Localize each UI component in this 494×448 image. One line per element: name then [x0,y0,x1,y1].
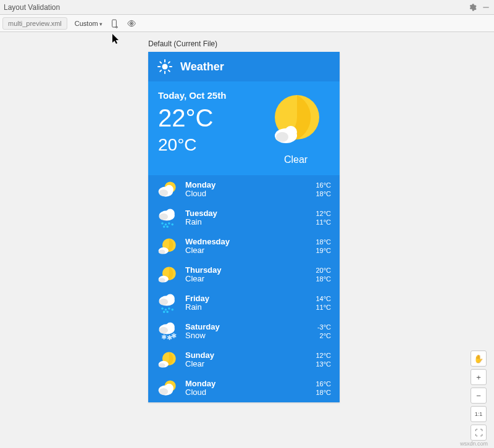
hero-weather-icon [265,90,327,152]
forecast-day: Tuesday [185,209,316,218]
clear-icon [157,235,179,257]
forecast-condition: Clear [185,246,316,255]
svg-point-26 [163,226,165,228]
hero-panel: Today, Oct 25th 22°C 20°C [148,81,340,175]
file-tab[interactable]: multi_preview.xml [2,17,67,30]
layout-dropdown[interactable]: Custom [72,19,105,28]
forecast-day: Thursday [185,266,316,275]
forecast-row: TuesdayRain12°C11°C [148,204,340,232]
zoom-controls: ✋ + − 1:1 ⛶ [471,351,487,441]
one-to-one-button[interactable]: 1:1 [471,406,487,422]
svg-rect-0 [483,7,488,7]
svg-point-2 [131,22,133,24]
forecast-high: 12°C [316,209,331,218]
forecast-low: 18°C [316,275,331,283]
svg-line-9 [169,70,170,72]
hero-condition: Clear [284,154,308,165]
forecast-condition: Rain [185,218,316,226]
forecast-low: 18°C [316,388,331,397]
rain-icon [157,207,179,229]
app-bar: Weather [148,52,340,81]
svg-point-56 [159,388,168,395]
forecast-row: FridayRain14°C11°C [148,289,340,317]
forecast-condition: Clear [185,360,316,368]
device-orientation-icon[interactable] [109,18,120,29]
svg-point-27 [166,226,169,228]
forecast-row: WednesdayClear18°C19°C [148,232,340,260]
forecast-high: 20°C [316,266,331,275]
svg-point-23 [161,222,164,225]
forecast-low: 2°C [317,331,331,340]
sun-icon [157,59,173,75]
svg-point-15 [276,132,288,142]
snow-icon: ✱✱✱ [157,320,179,342]
svg-point-38 [161,307,164,310]
forecast-row: MondayCloud16°C18°C [148,175,340,204]
svg-point-31 [159,249,165,254]
svg-point-3 [162,64,167,69]
zoom-out-button[interactable]: − [471,388,487,404]
svg-point-41 [163,311,165,313]
forecast-day: Wednesday [185,238,316,246]
view-mode-icon[interactable] [126,18,137,29]
svg-line-8 [160,62,161,63]
preview-area: Default (Current File) Weather Today, Oc… [0,32,494,402]
forecast-list: MondayCloud16°C18°CTuesdayRain12°C11°CWe… [148,175,340,402]
forecast-day: Monday [185,380,316,388]
forecast-row: ✱✱✱SaturdaySnow-3°C2°C [148,317,340,346]
svg-point-42 [166,311,169,313]
forecast-row: ThursdayClear20°C18°C [148,260,340,289]
watermark: wsxdn.com [460,441,488,447]
cloud-icon [157,178,179,201]
zoom-in-button[interactable]: + [471,369,487,385]
forecast-condition: Snow [185,331,317,340]
gear-icon[interactable] [468,3,477,12]
svg-text:✱: ✱ [161,333,167,341]
forecast-high: 16°C [316,380,331,388]
forecast-condition: Clear [185,275,316,283]
svg-point-39 [165,309,167,311]
device-preview: Weather Today, Oct 25th 22°C 20°C [148,52,340,402]
title-bar: Layout Validation [0,0,494,15]
pan-button[interactable]: ✋ [471,351,487,367]
temp-low: 20°C [158,135,262,155]
svg-point-52 [159,363,165,367]
svg-point-34 [159,278,165,282]
svg-point-37 [159,299,168,305]
svg-line-10 [169,62,170,63]
zoom-fit-button[interactable]: ⛶ [471,425,487,441]
forecast-low: 18°C [316,189,331,198]
forecast-high: 16°C [316,181,331,189]
forecast-day: Saturday [185,323,317,331]
cloud-icon [157,377,179,399]
forecast-high: 12°C [316,351,331,360]
forecast-low: 13°C [316,360,331,368]
forecast-low: 11°C [316,303,331,312]
forecast-low: 11°C [316,218,331,226]
svg-text:✱: ✱ [171,332,177,339]
forecast-condition: Cloud [185,388,316,397]
minimize-icon[interactable] [482,3,490,12]
svg-line-11 [160,70,161,72]
forecast-low: 19°C [316,246,331,255]
forecast-row: MondayCloud16°C18°C [148,374,340,402]
forecast-day: Friday [185,294,316,303]
preview-label: Default (Current File) [148,39,494,48]
forecast-high: 14°C [316,294,331,303]
clear-icon [157,349,179,371]
rain-icon [157,292,179,314]
window-title: Layout Validation [4,3,60,12]
today-label: Today, Oct 25th [158,90,262,101]
app-title: Weather [180,60,224,73]
forecast-row: SundayClear12°C13°C [148,346,340,374]
svg-point-24 [165,223,167,226]
forecast-condition: Rain [185,303,316,312]
clear-icon [157,263,179,286]
forecast-day: Monday [185,181,316,189]
svg-point-40 [168,307,170,310]
forecast-day: Sunday [185,351,316,360]
toolbar: multi_preview.xml Custom [0,15,494,32]
svg-rect-1 [112,20,117,27]
forecast-high: 18°C [316,238,331,246]
svg-point-19 [159,189,168,196]
